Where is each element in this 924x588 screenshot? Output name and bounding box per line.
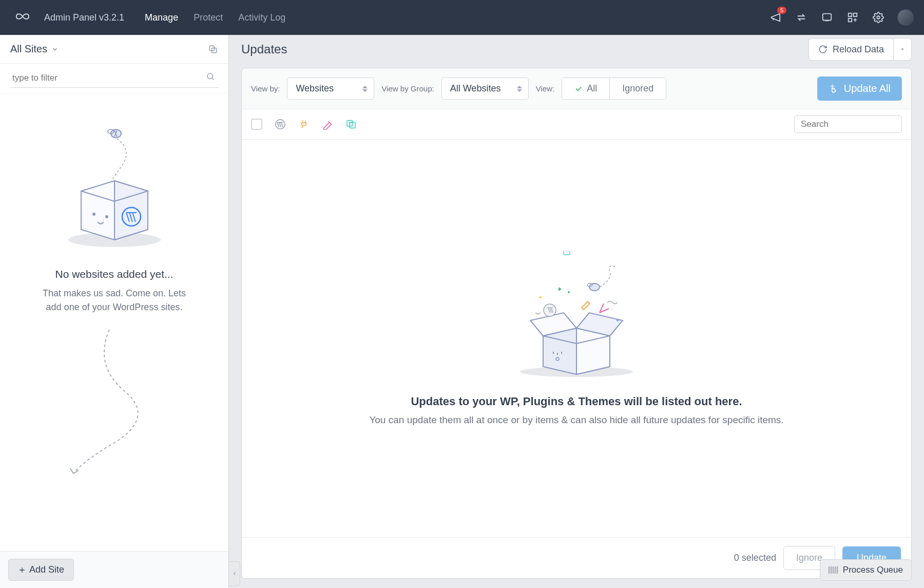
table-toolbar xyxy=(242,109,911,140)
app-header: Admin Panel v3.2.1 Manage Protect Activi… xyxy=(0,0,924,35)
svg-point-7 xyxy=(207,73,213,79)
reload-icon xyxy=(818,45,827,54)
view-all-label: All xyxy=(587,83,597,94)
svg-rect-1 xyxy=(849,13,852,16)
sort-caret-icon xyxy=(362,86,368,92)
reload-button[interactable]: Reload Data xyxy=(808,39,894,61)
empty-box-illustration xyxy=(55,114,174,253)
translation-icon[interactable] xyxy=(345,119,357,130)
sidebar: All Sites xyxy=(0,35,229,588)
process-queue-button[interactable]: Process Queue xyxy=(820,559,912,581)
chevron-down-icon xyxy=(51,46,59,53)
svg-rect-2 xyxy=(854,13,857,16)
view-ignored-label: Ignored xyxy=(622,83,653,94)
all-sites-label: All Sites xyxy=(10,43,47,55)
sidebar-body: No websites added yet... That makes us s… xyxy=(0,93,228,551)
updates-empty-text: You can update them all at once or by it… xyxy=(369,414,783,426)
search-icon xyxy=(206,72,215,81)
view-by-group-label: View by Group: xyxy=(381,84,434,93)
view-by-select[interactable]: Websites xyxy=(287,78,374,100)
grid-add-icon[interactable] xyxy=(846,11,859,24)
nav-tab-activity-log[interactable]: Activity Log xyxy=(238,12,285,23)
sidebar-empty-title: No websites added yet... xyxy=(55,268,174,280)
svg-point-20 xyxy=(544,304,556,316)
svg-point-4 xyxy=(877,16,880,19)
selected-count: 0 selected xyxy=(734,553,776,563)
avatar[interactable] xyxy=(897,9,914,26)
theme-icon[interactable] xyxy=(322,119,333,130)
content-area: Updates Reload Data View by: Websites Vi… xyxy=(229,35,924,588)
panel-body: Updates to your WP, Plugins & Themes wil… xyxy=(242,140,911,537)
svg-rect-0 xyxy=(823,14,832,21)
view-by-group-value: All Websites xyxy=(450,83,501,93)
plus-icon xyxy=(18,566,26,574)
sort-caret-icon xyxy=(517,86,522,92)
page-title: Updates xyxy=(241,42,287,56)
swap-icon[interactable] xyxy=(795,11,808,24)
nav-tab-protect[interactable]: Protect xyxy=(194,12,223,23)
updates-empty-title: Updates to your WP, Plugins & Themes wil… xyxy=(411,395,742,408)
nav-tabs: Manage Protect Activity Log xyxy=(145,12,285,23)
select-all-checkbox[interactable] xyxy=(251,119,262,130)
content-header: Updates Reload Data xyxy=(241,35,912,64)
arrow-illustration xyxy=(63,325,166,479)
brand-title: Admin Panel v3.2.1 xyxy=(44,12,124,23)
header-actions: 5 xyxy=(769,9,914,26)
all-sites-dropdown[interactable]: All Sites xyxy=(10,43,59,55)
updates-panel: View by: Websites View by Group: All Web… xyxy=(241,68,912,579)
plugin-icon[interactable] xyxy=(298,119,310,130)
view-label: View: xyxy=(536,84,554,93)
sidebar-header: All Sites xyxy=(0,35,228,64)
queue-bars-icon xyxy=(829,566,838,574)
wordpress-icon[interactable] xyxy=(275,119,286,130)
chevron-left-icon xyxy=(232,571,238,577)
sidebar-empty-text: That makes us sad. Come on. Lets add one… xyxy=(37,287,191,314)
filter-input[interactable] xyxy=(10,69,218,88)
process-queue-label: Process Queue xyxy=(843,565,903,575)
reload-label: Reload Data xyxy=(833,44,884,55)
svg-point-9 xyxy=(92,213,95,216)
view-segment: All Ignored xyxy=(562,78,666,100)
svg-rect-3 xyxy=(849,18,852,22)
nav-tab-manage[interactable]: Manage xyxy=(145,12,178,23)
view-by-group-select[interactable]: All Websites xyxy=(441,78,529,100)
updates-empty-illustration xyxy=(505,251,648,380)
notification-badge: 5 xyxy=(777,7,786,14)
reload-group: Reload Data xyxy=(808,38,912,61)
copy-icon[interactable] xyxy=(208,44,218,54)
svg-point-23 xyxy=(568,291,570,293)
filter-bar: View by: Websites View by Group: All Web… xyxy=(242,68,911,109)
sidebar-footer: Add Site xyxy=(0,551,228,588)
panel-footer: 0 selected Ignore Update xyxy=(242,537,911,578)
hand-click-icon xyxy=(829,84,839,94)
search-box xyxy=(794,116,902,133)
search-input[interactable] xyxy=(801,119,910,129)
reload-dropdown[interactable] xyxy=(894,38,912,61)
svg-rect-21 xyxy=(564,251,570,255)
add-site-button[interactable]: Add Site xyxy=(8,559,74,581)
sidebar-filter-row xyxy=(0,64,228,93)
add-site-label: Add Site xyxy=(29,564,64,575)
caret-down-icon xyxy=(900,47,905,52)
view-by-value: Websites xyxy=(296,83,334,93)
view-ignored-button[interactable]: Ignored xyxy=(609,78,666,99)
sidebar-collapse-handle[interactable] xyxy=(229,561,240,586)
update-all-label: Update All xyxy=(844,83,891,94)
svg-point-10 xyxy=(105,215,108,218)
chat-icon[interactable] xyxy=(820,11,834,24)
view-by-label: View by: xyxy=(251,84,280,93)
svg-point-24 xyxy=(617,319,619,321)
check-icon xyxy=(574,85,583,93)
view-all-button[interactable]: All xyxy=(562,78,609,99)
update-all-button[interactable]: Update All xyxy=(817,77,902,101)
megaphone-icon[interactable]: 5 xyxy=(769,11,782,24)
svg-point-22 xyxy=(540,296,542,298)
logo-icon xyxy=(10,10,35,25)
gear-icon[interactable] xyxy=(872,11,885,24)
svg-point-25 xyxy=(589,283,600,291)
